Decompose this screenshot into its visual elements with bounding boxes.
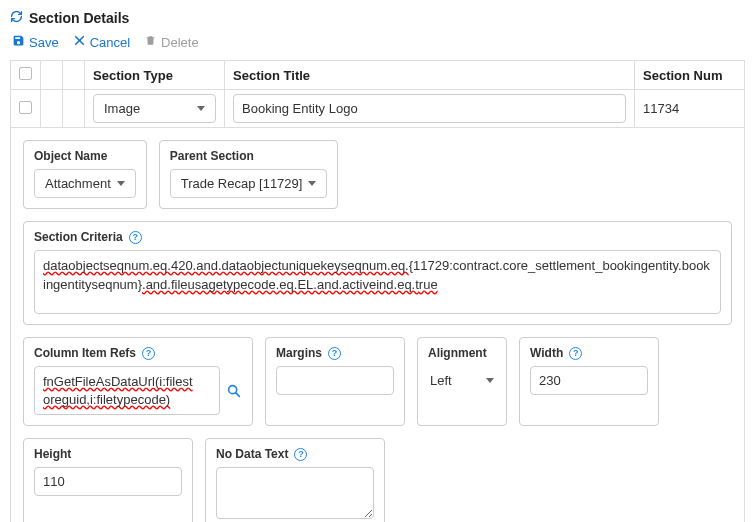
section-criteria-field: Section Criteria ? dataobjectseqnum.eq.4… [23, 221, 732, 325]
margins-input[interactable] [276, 366, 394, 395]
parent-section-value: Trade Recap [11729] [181, 176, 303, 191]
toolbar: Save Cancel Delete [10, 34, 745, 50]
alignment-dropdown[interactable]: Left [428, 366, 496, 394]
delete-button[interactable]: Delete [144, 34, 199, 50]
refresh-icon[interactable] [10, 10, 23, 26]
section-type-dropdown[interactable]: Image [93, 94, 216, 123]
column-item-refs-field: Column Item Refs ? fnGetFileAsDataUrl(i:… [23, 337, 253, 426]
object-name-value: Attachment [45, 176, 111, 191]
col-section-type: Section Type [85, 61, 225, 90]
chevron-down-icon [486, 378, 494, 383]
table-row: Image 11734 [11, 90, 745, 128]
width-label: Width [530, 346, 563, 360]
parent-section-dropdown[interactable]: Trade Recap [11729] [170, 169, 328, 198]
height-field: Height [23, 438, 193, 522]
chevron-down-icon [197, 106, 205, 111]
help-icon[interactable]: ? [142, 347, 155, 360]
no-data-text-label: No Data Text [216, 447, 288, 461]
save-button[interactable]: Save [12, 34, 59, 50]
help-icon[interactable]: ? [294, 448, 307, 461]
alignment-label: Alignment [428, 346, 496, 360]
spacer-col [41, 61, 63, 90]
alignment-field: Alignment Left [417, 337, 507, 426]
section-title-input[interactable] [233, 94, 626, 123]
object-name-label: Object Name [34, 149, 136, 163]
object-name-field: Object Name Attachment [23, 140, 147, 209]
column-item-refs-input[interactable]: fnGetFileAsDataUrl(i:filestoreguid,i:fil… [34, 366, 220, 415]
delete-label: Delete [161, 35, 199, 50]
close-icon [73, 34, 86, 50]
cancel-label: Cancel [90, 35, 130, 50]
detail-panel: Object Name Attachment Parent Section Tr… [10, 128, 745, 522]
no-data-text-field: No Data Text ? [205, 438, 385, 522]
chevron-down-icon [117, 181, 125, 186]
page-title: Section Details [29, 10, 129, 26]
width-field: Width ? [519, 337, 659, 426]
search-icon[interactable] [226, 383, 242, 399]
table-header-row: Section Type Section Title Section Num [11, 61, 745, 90]
select-all-checkbox[interactable] [19, 67, 32, 80]
no-data-text-textarea[interactable] [216, 467, 374, 519]
object-name-dropdown[interactable]: Attachment [34, 169, 136, 198]
margins-label: Margins [276, 346, 322, 360]
column-item-refs-label: Column Item Refs [34, 346, 136, 360]
margins-field: Margins ? [265, 337, 405, 426]
section-criteria-textarea[interactable]: dataobjectseqnum.eq.420.and.dataobjectun… [34, 250, 721, 314]
parent-section-label: Parent Section [170, 149, 328, 163]
save-icon [12, 34, 25, 50]
parent-section-field: Parent Section Trade Recap [11729] [159, 140, 339, 209]
height-input[interactable] [34, 467, 182, 496]
section-criteria-label: Section Criteria [34, 230, 123, 244]
help-icon[interactable]: ? [569, 347, 582, 360]
height-label: Height [34, 447, 182, 461]
spacer-col [63, 61, 85, 90]
section-type-value: Image [104, 101, 140, 116]
section-table: Section Type Section Title Section Num I… [10, 60, 745, 128]
section-num-value: 11734 [635, 90, 745, 128]
alignment-value: Left [430, 373, 452, 388]
trash-icon [144, 34, 157, 50]
save-label: Save [29, 35, 59, 50]
chevron-down-icon [308, 181, 316, 186]
width-input[interactable] [530, 366, 648, 395]
col-section-title: Section Title [225, 61, 635, 90]
page-header: Section Details [10, 10, 745, 26]
cancel-button[interactable]: Cancel [73, 34, 130, 50]
help-icon[interactable]: ? [129, 231, 142, 244]
row-checkbox[interactable] [19, 101, 32, 114]
help-icon[interactable]: ? [328, 347, 341, 360]
col-section-num: Section Num [635, 61, 745, 90]
